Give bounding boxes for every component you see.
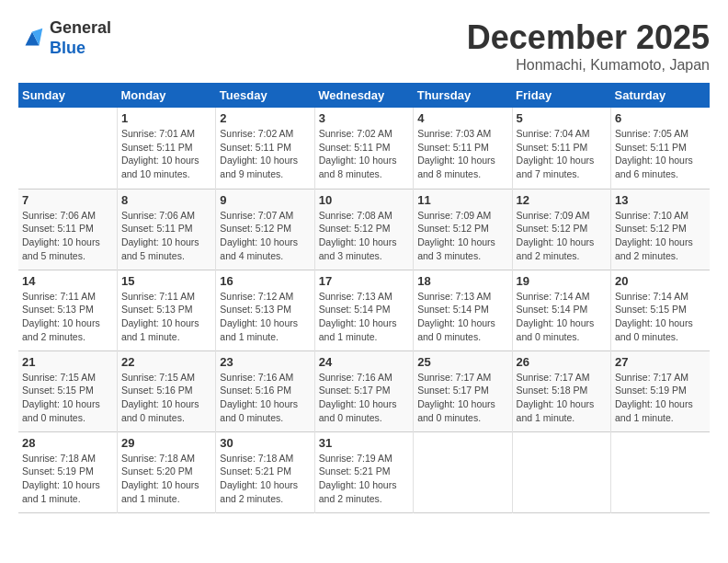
week-row: 7Sunrise: 7:06 AM Sunset: 5:11 PM Daylig… — [18, 189, 710, 270]
calendar-cell: 12Sunrise: 7:09 AM Sunset: 5:12 PM Dayli… — [512, 189, 610, 270]
calendar-cell: 2Sunrise: 7:02 AM Sunset: 5:11 PM Daylig… — [216, 108, 314, 189]
weekday-header: Monday — [117, 83, 215, 108]
day-number: 5 — [517, 111, 607, 125]
day-number: 7 — [22, 193, 113, 207]
calendar-cell — [18, 108, 117, 189]
day-info: Sunrise: 7:10 AM Sunset: 5:12 PM Dayligh… — [615, 209, 706, 263]
day-info: Sunrise: 7:18 AM Sunset: 5:20 PM Dayligh… — [121, 452, 211, 506]
weekday-header-row: SundayMondayTuesdayWednesdayThursdayFrid… — [18, 83, 710, 108]
calendar-cell: 19Sunrise: 7:14 AM Sunset: 5:14 PM Dayli… — [512, 270, 610, 350]
week-row: 14Sunrise: 7:11 AM Sunset: 5:13 PM Dayli… — [18, 270, 710, 350]
day-number: 12 — [517, 193, 607, 207]
day-number: 23 — [220, 355, 310, 369]
day-number: 9 — [220, 193, 310, 207]
day-info: Sunrise: 7:15 AM Sunset: 5:16 PM Dayligh… — [121, 371, 211, 425]
weekday-header: Wednesday — [314, 83, 413, 108]
calendar-cell — [414, 431, 512, 512]
day-info: Sunrise: 7:14 AM Sunset: 5:14 PM Dayligh… — [517, 290, 607, 344]
day-number: 18 — [417, 274, 507, 288]
weekday-header: Tuesday — [216, 83, 314, 108]
day-info: Sunrise: 7:08 AM Sunset: 5:12 PM Dayligh… — [319, 209, 409, 263]
day-info: Sunrise: 7:02 AM Sunset: 5:11 PM Dayligh… — [220, 127, 310, 181]
day-info: Sunrise: 7:09 AM Sunset: 5:12 PM Dayligh… — [517, 209, 607, 263]
calendar-cell: 30Sunrise: 7:18 AM Sunset: 5:21 PM Dayli… — [216, 431, 314, 512]
week-row: 21Sunrise: 7:15 AM Sunset: 5:15 PM Dayli… — [18, 350, 710, 431]
day-number: 13 — [615, 193, 706, 207]
day-info: Sunrise: 7:13 AM Sunset: 5:14 PM Dayligh… — [319, 290, 409, 344]
day-info: Sunrise: 7:17 AM Sunset: 5:19 PM Dayligh… — [615, 371, 706, 425]
day-number: 3 — [319, 111, 409, 125]
day-info: Sunrise: 7:17 AM Sunset: 5:17 PM Dayligh… — [417, 371, 507, 425]
day-info: Sunrise: 7:15 AM Sunset: 5:15 PM Dayligh… — [22, 371, 113, 425]
calendar-cell: 28Sunrise: 7:18 AM Sunset: 5:19 PM Dayli… — [18, 431, 117, 512]
calendar-cell: 15Sunrise: 7:11 AM Sunset: 5:13 PM Dayli… — [117, 270, 215, 350]
logo-text: General Blue — [50, 18, 111, 58]
day-number: 15 — [121, 274, 211, 288]
weekday-header: Sunday — [18, 83, 117, 108]
day-number: 6 — [615, 111, 706, 125]
calendar-cell: 5Sunrise: 7:04 AM Sunset: 5:11 PM Daylig… — [512, 108, 610, 189]
day-number: 27 — [615, 355, 706, 369]
calendar-cell: 6Sunrise: 7:05 AM Sunset: 5:11 PM Daylig… — [611, 108, 710, 189]
logo-icon — [18, 25, 46, 52]
calendar-cell — [611, 431, 710, 512]
day-info: Sunrise: 7:05 AM Sunset: 5:11 PM Dayligh… — [615, 127, 706, 181]
calendar-cell: 9Sunrise: 7:07 AM Sunset: 5:12 PM Daylig… — [216, 189, 314, 270]
day-info: Sunrise: 7:04 AM Sunset: 5:11 PM Dayligh… — [517, 127, 607, 181]
day-number: 1 — [121, 111, 211, 125]
day-info: Sunrise: 7:06 AM Sunset: 5:11 PM Dayligh… — [22, 209, 113, 263]
logo: General Blue — [18, 18, 111, 58]
calendar-cell: 18Sunrise: 7:13 AM Sunset: 5:14 PM Dayli… — [414, 270, 512, 350]
page-header: General Blue December 2025 Honmachi, Kum… — [18, 18, 710, 74]
day-number: 11 — [417, 193, 507, 207]
day-number: 28 — [22, 436, 113, 450]
day-info: Sunrise: 7:13 AM Sunset: 5:14 PM Dayligh… — [417, 290, 507, 344]
weekday-header: Thursday — [414, 83, 512, 108]
calendar-cell: 26Sunrise: 7:17 AM Sunset: 5:18 PM Dayli… — [512, 350, 610, 431]
calendar-cell: 8Sunrise: 7:06 AM Sunset: 5:11 PM Daylig… — [117, 189, 215, 270]
weekday-header: Saturday — [611, 83, 710, 108]
day-number: 16 — [220, 274, 310, 288]
day-number: 8 — [121, 193, 211, 207]
calendar-cell: 17Sunrise: 7:13 AM Sunset: 5:14 PM Dayli… — [314, 270, 413, 350]
day-info: Sunrise: 7:14 AM Sunset: 5:15 PM Dayligh… — [615, 290, 706, 344]
day-info: Sunrise: 7:06 AM Sunset: 5:11 PM Dayligh… — [121, 209, 211, 263]
day-info: Sunrise: 7:11 AM Sunset: 5:13 PM Dayligh… — [121, 290, 211, 344]
day-info: Sunrise: 7:03 AM Sunset: 5:11 PM Dayligh… — [417, 127, 507, 181]
calendar-cell: 16Sunrise: 7:12 AM Sunset: 5:13 PM Dayli… — [216, 270, 314, 350]
day-info: Sunrise: 7:11 AM Sunset: 5:13 PM Dayligh… — [22, 290, 113, 344]
day-number: 25 — [417, 355, 507, 369]
day-number: 21 — [22, 355, 113, 369]
day-info: Sunrise: 7:12 AM Sunset: 5:13 PM Dayligh… — [220, 290, 310, 344]
calendar-cell: 31Sunrise: 7:19 AM Sunset: 5:21 PM Dayli… — [314, 431, 413, 512]
day-number: 10 — [319, 193, 409, 207]
calendar-cell: 1Sunrise: 7:01 AM Sunset: 5:11 PM Daylig… — [117, 108, 215, 189]
day-info: Sunrise: 7:19 AM Sunset: 5:21 PM Dayligh… — [319, 452, 409, 506]
day-info: Sunrise: 7:07 AM Sunset: 5:12 PM Dayligh… — [220, 209, 310, 263]
day-info: Sunrise: 7:18 AM Sunset: 5:19 PM Dayligh… — [22, 452, 113, 506]
day-info: Sunrise: 7:01 AM Sunset: 5:11 PM Dayligh… — [121, 127, 211, 181]
calendar-cell: 27Sunrise: 7:17 AM Sunset: 5:19 PM Dayli… — [611, 350, 710, 431]
week-row: 1Sunrise: 7:01 AM Sunset: 5:11 PM Daylig… — [18, 108, 710, 189]
title-section: December 2025 Honmachi, Kumamoto, Japan — [467, 18, 710, 74]
calendar-cell: 22Sunrise: 7:15 AM Sunset: 5:16 PM Dayli… — [117, 350, 215, 431]
calendar-cell: 10Sunrise: 7:08 AM Sunset: 5:12 PM Dayli… — [314, 189, 413, 270]
day-info: Sunrise: 7:18 AM Sunset: 5:21 PM Dayligh… — [220, 452, 310, 506]
day-number: 30 — [220, 436, 310, 450]
week-row: 28Sunrise: 7:18 AM Sunset: 5:19 PM Dayli… — [18, 431, 710, 512]
calendar-table: SundayMondayTuesdayWednesdayThursdayFrid… — [18, 83, 710, 513]
calendar-cell: 11Sunrise: 7:09 AM Sunset: 5:12 PM Dayli… — [414, 189, 512, 270]
calendar-cell: 25Sunrise: 7:17 AM Sunset: 5:17 PM Dayli… — [414, 350, 512, 431]
day-number: 24 — [319, 355, 409, 369]
calendar-cell: 23Sunrise: 7:16 AM Sunset: 5:16 PM Dayli… — [216, 350, 314, 431]
location: Honmachi, Kumamoto, Japan — [467, 57, 710, 74]
weekday-header: Friday — [512, 83, 610, 108]
day-number: 4 — [417, 111, 507, 125]
day-number: 17 — [319, 274, 409, 288]
day-number: 26 — [517, 355, 607, 369]
day-number: 19 — [517, 274, 607, 288]
calendar-cell: 7Sunrise: 7:06 AM Sunset: 5:11 PM Daylig… — [18, 189, 117, 270]
calendar-cell: 21Sunrise: 7:15 AM Sunset: 5:15 PM Dayli… — [18, 350, 117, 431]
day-info: Sunrise: 7:09 AM Sunset: 5:12 PM Dayligh… — [417, 209, 507, 263]
calendar-cell — [512, 431, 610, 512]
